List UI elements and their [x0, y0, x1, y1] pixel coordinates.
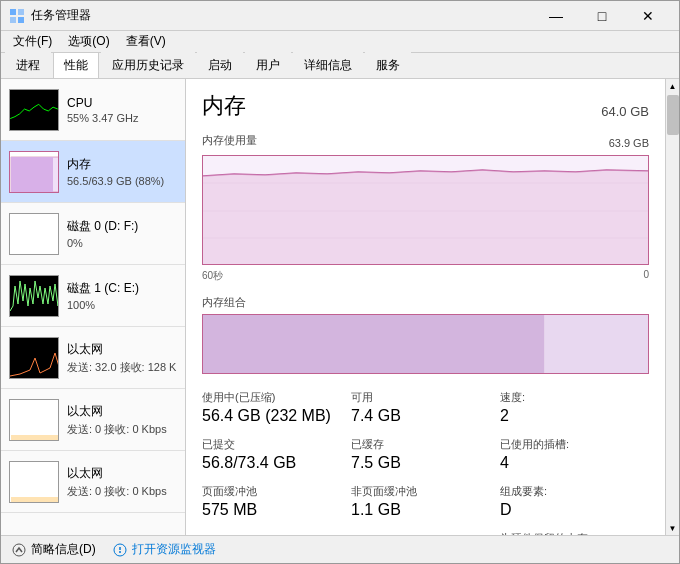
stat-page-pool: 页面缓冲池 575 MB	[202, 484, 351, 519]
svg-rect-4	[10, 90, 58, 130]
maximize-button[interactable]: □	[579, 1, 625, 31]
app-icon	[9, 8, 25, 24]
footer: 简略信息(D) 打开资源监视器	[1, 535, 679, 563]
minimize-button[interactable]: —	[533, 1, 579, 31]
stat-col-3: 速度: 2 已使用的插槽: 4 组成要素: D 为硬件保留的内存: 8	[500, 390, 649, 535]
eth2-value: 发送: 0 接收: 0 Kbps	[67, 484, 177, 499]
stat-page-pool-value: 575 MB	[202, 501, 351, 519]
stat-form-factor-label: 组成要素:	[500, 484, 649, 499]
eth0-info: 以太网 发送: 32.0 接收: 128 K	[67, 341, 177, 375]
stat-speed-value: 2	[500, 407, 649, 425]
cpu-info: CPU 55% 3.47 GHz	[67, 96, 177, 124]
eth2-graph	[9, 461, 59, 503]
summary-toggle[interactable]: 简略信息(D)	[11, 541, 96, 558]
disk1-graph	[9, 275, 59, 317]
mem-info: 内存 56.5/63.9 GB (88%)	[67, 156, 177, 187]
svg-rect-3	[18, 17, 24, 23]
detail-panel: 内存 64.0 GB 内存使用量 63.9 GB	[186, 79, 665, 535]
sidebar-item-eth0[interactable]: 以太网 发送: 32.0 接收: 128 K	[1, 327, 185, 389]
stat-hw-reserved-label: 为硬件保留的内存:	[500, 531, 649, 535]
sidebar-item-eth2[interactable]: 以太网 发送: 0 接收: 0 Kbps	[1, 451, 185, 513]
stat-speed-label: 速度:	[500, 390, 649, 405]
eth1-graph	[9, 399, 59, 441]
eth1-info: 以太网 发送: 0 接收: 0 Kbps	[67, 403, 177, 437]
sidebar-item-disk0[interactable]: 磁盘 0 (D: F:) 0%	[1, 203, 185, 265]
tab-app-history[interactable]: 应用历史记录	[101, 52, 195, 78]
eth1-value: 发送: 0 接收: 0 Kbps	[67, 422, 177, 437]
stat-speed: 速度: 2	[500, 390, 649, 425]
svg-rect-2	[10, 17, 16, 23]
scroll-down-arrow[interactable]: ▼	[666, 521, 680, 535]
detail-total: 64.0 GB	[601, 104, 649, 119]
scroll-up-arrow[interactable]: ▲	[666, 79, 680, 93]
svg-rect-11	[10, 400, 59, 441]
time-start: 60秒	[202, 269, 223, 283]
tab-details[interactable]: 详细信息	[293, 52, 363, 78]
sidebar-item-memory[interactable]: 内存 56.5/63.9 GB (88%)	[1, 141, 185, 203]
tab-users[interactable]: 用户	[245, 52, 291, 78]
eth0-graph	[9, 337, 59, 379]
sidebar-item-eth1[interactable]: 以太网 发送: 0 接收: 0 Kbps	[1, 389, 185, 451]
stat-available: 可用 7.4 GB	[351, 390, 500, 425]
disk0-label: 磁盘 0 (D: F:)	[67, 218, 177, 235]
svg-rect-8	[10, 214, 59, 255]
sidebar-item-disk1[interactable]: 磁盘 1 (C: E:) 100%	[1, 265, 185, 327]
time-labels: 60秒 0	[202, 269, 649, 283]
monitor-label: 打开资源监视器	[132, 541, 216, 558]
disk0-info: 磁盘 0 (D: F:) 0%	[67, 218, 177, 249]
stat-col-1: 使用中(已压缩) 56.4 GB (232 MB) 已提交 56.8/73.4 …	[202, 390, 351, 535]
svg-rect-14	[11, 497, 59, 503]
svg-point-23	[13, 544, 25, 556]
svg-rect-22	[545, 315, 648, 374]
stat-in-use-label: 使用中(已压缩)	[202, 390, 351, 405]
stat-hw-reserved: 为硬件保留的内存: 8	[500, 531, 649, 535]
composition-label: 内存组合	[202, 295, 649, 310]
cpu-value: 55% 3.47 GHz	[67, 112, 177, 124]
tab-process[interactable]: 进程	[5, 52, 51, 78]
titlebar: 任务管理器 — □ ✕	[1, 1, 679, 31]
stat-nonpage-pool-value: 1.1 GB	[351, 501, 500, 519]
eth0-label: 以太网	[67, 341, 177, 358]
svg-marker-19	[203, 170, 648, 265]
summary-label: 简略信息(D)	[31, 541, 96, 558]
tabbar: 进程 性能 应用历史记录 启动 用户 详细信息 服务	[1, 53, 679, 79]
window-controls: — □ ✕	[533, 1, 671, 31]
svg-rect-12	[11, 435, 59, 441]
eth2-label: 以太网	[67, 465, 177, 482]
disk1-value: 100%	[67, 299, 177, 311]
scrollbar-thumb[interactable]	[667, 95, 679, 135]
stat-form-factor-value: D	[500, 501, 649, 519]
mem-value: 56.5/63.9 GB (88%)	[67, 175, 177, 187]
disk1-label: 磁盘 1 (C: E:)	[67, 280, 177, 297]
stat-in-use-value: 56.4 GB (232 MB)	[202, 407, 351, 425]
mem-side-graph	[9, 151, 59, 193]
sidebar: CPU 55% 3.47 GHz 内存 56.5/63.9 GB (88%)	[1, 79, 186, 535]
main-content: CPU 55% 3.47 GHz 内存 56.5/63.9 GB (88%)	[1, 79, 679, 535]
tab-performance[interactable]: 性能	[53, 52, 99, 78]
stat-cached: 已缓存 7.5 GB	[351, 437, 500, 472]
stat-committed: 已提交 56.8/73.4 GB	[202, 437, 351, 472]
stat-committed-value: 56.8/73.4 GB	[202, 454, 351, 472]
scrollbar[interactable]: ▲ ▼	[665, 79, 679, 535]
menu-view[interactable]: 查看(V)	[118, 31, 174, 52]
close-button[interactable]: ✕	[625, 1, 671, 31]
tab-services[interactable]: 服务	[365, 52, 411, 78]
detail-title: 内存	[202, 91, 246, 121]
chevron-up-icon	[11, 542, 27, 558]
disk0-graph	[9, 213, 59, 255]
svg-rect-7	[11, 157, 53, 192]
svg-rect-21	[203, 315, 545, 374]
menu-file[interactable]: 文件(F)	[5, 31, 60, 52]
detail-header: 内存 64.0 GB	[202, 91, 649, 121]
disk1-info: 磁盘 1 (C: E:) 100%	[67, 280, 177, 311]
stat-slots: 已使用的插槽: 4	[500, 437, 649, 472]
menu-options[interactable]: 选项(O)	[60, 31, 117, 52]
stat-col-2: 可用 7.4 GB 已缓存 7.5 GB 非页面缓冲池 1.1 GB	[351, 390, 500, 535]
open-resource-monitor[interactable]: 打开资源监视器	[112, 541, 216, 558]
stat-form-factor: 组成要素: D	[500, 484, 649, 519]
menubar: 文件(F) 选项(O) 查看(V)	[1, 31, 679, 53]
stats-grid: 使用中(已压缩) 56.4 GB (232 MB) 已提交 56.8/73.4 …	[202, 390, 649, 535]
sidebar-item-cpu[interactable]: CPU 55% 3.47 GHz	[1, 79, 185, 141]
stat-cached-label: 已缓存	[351, 437, 500, 452]
tab-startup[interactable]: 启动	[197, 52, 243, 78]
